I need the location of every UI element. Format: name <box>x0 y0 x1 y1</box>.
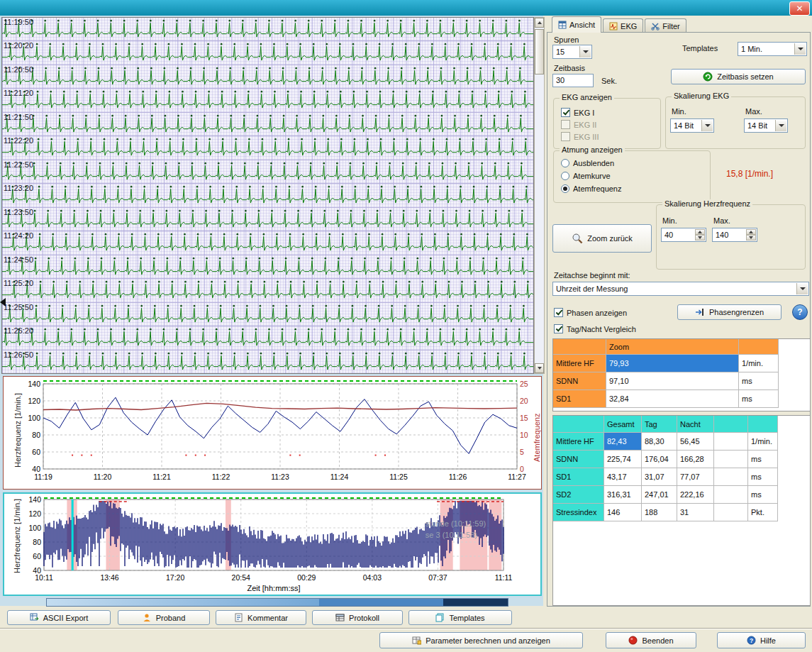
kommentar-button[interactable]: Kommentar <box>216 610 306 625</box>
scroll-down-icon[interactable] <box>535 363 544 373</box>
ecg-strip-row[interactable]: 11:23:20 <box>2 184 533 207</box>
parameter-berechnen-button[interactable]: Parameter berechnen und anzeigen <box>379 632 583 648</box>
help-icon[interactable]: ? <box>792 304 808 320</box>
cell-nacht[interactable]: 56,45 <box>677 433 714 451</box>
range-segment-light[interactable] <box>47 599 319 606</box>
cell-unit[interactable]: ms <box>739 372 779 390</box>
ecg-strip-row[interactable]: 11:19:50 <box>2 18 533 41</box>
spin-down-icon[interactable] <box>695 235 705 241</box>
row-label[interactable]: SDNN <box>553 451 604 468</box>
zeitachse-dropdown[interactable]: Uhrzeit der Messung <box>552 282 809 296</box>
templates-dropdown[interactable]: 1 Min. <box>738 42 807 56</box>
spin-up-icon[interactable] <box>746 229 756 235</box>
ekg-max-dropdown[interactable]: 14 Bit <box>744 118 788 133</box>
hr-zoom-plot[interactable]: 11:1911:2011:2111:2211:2311:2411:2511:26… <box>4 377 541 489</box>
cell-empty[interactable] <box>714 486 748 504</box>
chevron-down-icon[interactable] <box>794 43 806 55</box>
ecg-strip-row[interactable]: 11:25:20 <box>2 279 533 302</box>
cell-nacht[interactable]: 166,28 <box>677 451 714 468</box>
ecg-strip-panel[interactable]: 11:19:5011:20:2011:20:5011:21:2011:21:50… <box>1 17 534 374</box>
cell-tag[interactable]: 88,30 <box>642 433 677 451</box>
row-label[interactable]: SD1 <box>553 468 604 486</box>
cell-gesamt[interactable]: 225,74 <box>604 451 642 468</box>
ecg-strip-row[interactable]: 11:24:50 <box>2 255 533 279</box>
ecg-strip-row[interactable]: 11:24:20 <box>2 231 533 255</box>
phasengrenzen-button[interactable]: Phasengrenzen <box>677 304 782 320</box>
ecg-strip-row[interactable]: 11:20:50 <box>2 65 533 89</box>
range-segment-medium[interactable] <box>319 599 444 606</box>
atemkurve-radio[interactable] <box>561 172 569 180</box>
hr-zoom-chart[interactable]: 11:1911:2011:2111:2211:2311:2411:2511:26… <box>3 376 542 490</box>
row-label[interactable]: Stressindex <box>553 504 604 521</box>
cell-gesamt[interactable]: 82,43 <box>604 433 642 451</box>
protokoll-button[interactable]: Protokoll <box>312 610 403 625</box>
ecg-strip-row[interactable]: 11:26:50 <box>2 350 533 373</box>
cell-value[interactable]: 32,84 <box>606 390 739 408</box>
ecg-strip-row[interactable]: 11:22:20 <box>2 136 533 160</box>
zeitbasis-setzen-button[interactable]: Zeitbasis setzen <box>671 69 806 84</box>
row-label[interactable]: Mittlere HF <box>553 433 604 451</box>
cell-value[interactable]: 97,10 <box>606 372 739 390</box>
phasen-anzeigen-checkbox[interactable] <box>554 308 563 317</box>
ekg-min-dropdown[interactable]: 14 Bit <box>670 118 714 133</box>
hilfe-button[interactable]: ? Hilfe <box>717 632 806 648</box>
beenden-button[interactable]: Beenden <box>606 632 696 648</box>
ausblenden-radio[interactable] <box>561 159 569 167</box>
cell-unit[interactable]: 1/min. <box>739 355 779 372</box>
cell-gesamt[interactable]: 316,31 <box>604 486 642 504</box>
cell-nacht[interactable]: 31 <box>677 504 714 521</box>
ascii-export-button[interactable]: ASCII Export <box>7 610 111 625</box>
row-label[interactable]: SD1 <box>553 390 606 408</box>
ecg-scrollbar[interactable] <box>534 17 545 374</box>
cell-gesamt[interactable]: 43,17 <box>604 468 642 486</box>
spuren-dropdown[interactable]: 15 <box>552 45 592 59</box>
range-segment-dark[interactable] <box>443 599 508 606</box>
close-button[interactable]: ✕ <box>789 1 810 16</box>
cell-empty[interactable] <box>714 433 748 451</box>
tag-nacht-checkbox[interactable] <box>554 324 563 333</box>
row-label[interactable]: SDNN <box>553 372 606 390</box>
proband-button[interactable]: Proband <box>118 610 210 625</box>
ekg1-checkbox[interactable] <box>561 108 570 117</box>
cell-gesamt[interactable]: 146 <box>604 504 642 521</box>
cell-tag[interactable]: 31,07 <box>642 468 677 486</box>
scrollbar-thumb[interactable] <box>535 29 544 74</box>
cell-unit[interactable]: ms <box>739 390 779 408</box>
cell-tag[interactable]: 176,04 <box>642 451 677 468</box>
longterm-hr-chart[interactable]: 14012010080604010:1113:4617:2020:5400:29… <box>3 492 542 596</box>
tab-ansicht[interactable]: Ansicht <box>552 16 601 33</box>
cell-unit[interactable]: ms <box>748 486 778 504</box>
zoom-zurueck-button[interactable]: Zoom zurück <box>552 224 652 253</box>
cell-empty[interactable] <box>714 504 748 521</box>
cell-nacht[interactable]: 222,16 <box>677 486 714 504</box>
chevron-down-icon[interactable] <box>701 120 713 131</box>
spin-down-icon[interactable] <box>746 235 756 241</box>
cell-value[interactable]: 79,93 <box>606 355 739 372</box>
cell-empty[interactable] <box>714 451 748 468</box>
cell-unit[interactable]: 1/min. <box>748 433 778 451</box>
ecg-strip-row[interactable]: 11:23:50 <box>2 208 533 231</box>
cell-unit[interactable]: ms <box>748 451 778 468</box>
longterm-plot[interactable]: 14012010080604010:1113:4617:2020:5400:29… <box>4 494 539 595</box>
cell-tag[interactable]: 247,01 <box>642 486 677 504</box>
templates-button[interactable]: Templates <box>408 610 512 625</box>
cell-empty[interactable] <box>714 468 748 486</box>
tab-filter[interactable]: Filter <box>645 18 686 33</box>
chevron-down-icon[interactable] <box>579 46 591 57</box>
time-range-bar[interactable] <box>46 598 508 607</box>
ecg-strip-row[interactable]: 11:20:20 <box>2 41 533 65</box>
cell-tag[interactable]: 188 <box>642 504 677 521</box>
spin-up-icon[interactable] <box>695 229 705 235</box>
ecg-strip-row[interactable]: 11:25:50 <box>2 303 533 326</box>
cell-unit[interactable]: ms <box>748 468 778 486</box>
ecg-strip-row[interactable]: 11:21:20 <box>2 89 533 112</box>
chevron-down-icon[interactable] <box>775 120 786 131</box>
atemfrequenz-radio[interactable] <box>561 184 569 193</box>
scroll-up-icon[interactable] <box>535 18 544 28</box>
cell-unit[interactable]: Pkt. <box>748 504 778 521</box>
ecg-strip-row[interactable]: 11:22:50 <box>2 160 533 184</box>
row-label[interactable]: SD2 <box>553 486 604 504</box>
row-label[interactable]: Mittlere HF <box>553 355 606 372</box>
tab-ekg[interactable]: EKG <box>603 18 643 33</box>
cell-nacht[interactable]: 77,07 <box>677 468 714 486</box>
